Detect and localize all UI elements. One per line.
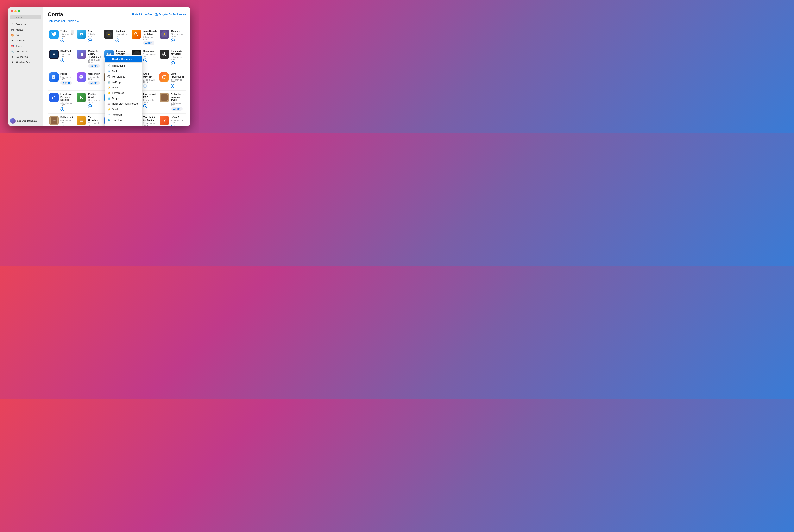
purchased-by-user[interactable]: Eduardo ⌄ <box>66 19 79 22</box>
app-date-lightweight: 6 de fev. de 2019 <box>143 99 156 103</box>
menu-item-lembretes[interactable]: 🔔 Lembretes <box>105 90 142 96</box>
download-icon-blacktest[interactable] <box>60 58 64 62</box>
app-item-pages: Pages 9 de abr. de 2020 ABRIR <box>48 70 75 90</box>
download-icon-deliveries3[interactable] <box>60 125 64 126</box>
download-icon-lockdown[interactable] <box>60 107 64 111</box>
menu-item-ocultar[interactable]: Ocultar Compra... <box>105 56 142 62</box>
download-icon-swift[interactable] <box>171 84 174 88</box>
sidebar-item-trabalhe[interactable]: ✈ Trabalhe <box>9 38 42 43</box>
menu-item-tweetbot[interactable]: 🐦 Tweetbot <box>105 117 142 123</box>
minimize-button[interactable] <box>14 10 17 13</box>
download-icon-altoodyssey[interactable] <box>143 84 147 88</box>
app-date-messenger: 2 de abr. de 2020 <box>88 76 101 80</box>
app-name-pages: Pages <box>60 73 74 75</box>
app-icon-imagesearch <box>132 30 141 39</box>
app-name-meeter: Meeter for Zoom, Teams & Co <box>88 50 101 58</box>
app-icon-twitter <box>49 30 59 39</box>
app-icon-swift <box>159 73 169 82</box>
download-icon-kiwi[interactable] <box>88 104 92 108</box>
app-action-infuse <box>171 125 184 126</box>
app-action-deliveries: ABRIR <box>171 107 184 111</box>
app-name-lockdown: Lockdown Privacy - Desktop <box>60 93 74 101</box>
download-icon-darkmode[interactable] <box>171 61 175 65</box>
download-icon-aviary[interactable] <box>88 38 92 42</box>
download-icon-cosmicast[interactable] <box>143 58 147 62</box>
sidebar-item-atualizacoes[interactable]: ⊕ Atualizações <box>9 60 42 65</box>
sidebar: Buscar ☆ Descubra 🎮 Arcade 🎨 Crie ✈ Trab… <box>8 7 43 126</box>
menu-item-mais[interactable]: ••• Mais... <box>105 124 142 126</box>
menu-item-droplr[interactable]: 💧 Droplr <box>105 96 142 101</box>
airdrop-icon: 📡 <box>107 80 111 83</box>
menu-item-telegram[interactable]: ✈ Telegram <box>105 112 142 117</box>
sidebar-item-jogue[interactable]: 🎯 Jogue <box>9 43 42 49</box>
resgatar-button[interactable]: Resgatar Cartão-Presente <box>155 13 186 16</box>
ver-informacoes-label: Ver Informações <box>135 13 152 16</box>
app-name-reeder5: Reeder 5. <box>115 30 129 33</box>
sidebar-item-desenvolva[interactable]: 🔧 Desenvolva <box>9 49 42 54</box>
mais-icon: ••• <box>107 125 111 126</box>
svg-line-8 <box>137 35 138 36</box>
app-item-deliveries3: TO: Deliveries 3 6 de fev. de 2019 <box>48 114 75 126</box>
app-name-cosmicast: Cosmicast <box>143 50 156 53</box>
link-icon: 🔗 <box>107 64 111 67</box>
sidebar-label-crie: Crie <box>16 34 20 37</box>
main-content: Conta Ver Informações Resgatar Cartão <box>43 7 190 126</box>
sidebar-label-jogue: Jogue <box>16 44 22 48</box>
app-item-meeter: ||| Meeter for Zoom, Teams & Co 18 de ma… <box>75 47 103 70</box>
sidebar-item-categorias[interactable]: ⊞ Categorias <box>9 54 42 59</box>
abrir-button-pages[interactable]: ABRIR <box>60 81 72 85</box>
menu-item-spark[interactable]: ⚡ Spark <box>105 107 142 112</box>
app-icon-deliveries: TO: <box>160 93 169 102</box>
abrir-button-messenger[interactable]: ABRIR <box>88 81 100 85</box>
app-item-deliveries: TO: Deliveries: a package tracker 6 de f… <box>158 91 186 114</box>
menu-item-read-later[interactable]: 📖 Read Later with Reeder <box>105 101 142 107</box>
menu-item-copiar-link[interactable]: 🔗 Copiar Link <box>105 63 142 69</box>
download-icon-reeder4[interactable] <box>171 38 175 42</box>
sidebar-item-arcade[interactable]: 🎮 Arcade <box>9 27 42 32</box>
download-icon-lightweight[interactable] <box>143 104 147 108</box>
app-info-altoodyssey: Alto's Odyssey 17 de mar. de 2020 <box>143 73 156 88</box>
app-item-lockdown: Lockdown Privacy - Desktop 14 de fev. de… <box>48 91 75 114</box>
spark-icon: ⚡ <box>107 108 111 111</box>
download-icon-infuse[interactable] <box>171 125 175 126</box>
menu-label-lembretes: Lembretes <box>112 92 124 94</box>
menu-item-airdrop[interactable]: 📡 AirDrop <box>105 79 142 85</box>
menu-label-mensagens: Mensagens <box>112 75 125 78</box>
sidebar-label-categorias: Categorias <box>16 55 28 58</box>
abrir-button-meeter[interactable]: ABRIR <box>88 64 100 68</box>
app-info-blacktest: BlackTest 1 de jul. de 2020 <box>60 50 74 62</box>
app-item-darkmode: Dark Mode for Safari 9 de abr. de 2020 <box>158 47 186 70</box>
app-name-darkmode: Dark Mode for Safari <box>171 50 184 55</box>
app-name-infuse: Infuse 7 <box>171 116 184 119</box>
purchased-by: Comprado por Eduardo ⌄ <box>43 19 190 25</box>
menu-item-notas[interactable]: 📝 Notas <box>105 85 142 90</box>
abrir-button-imagesearch[interactable]: ABRIR <box>143 41 154 45</box>
sidebar-item-descubra[interactable]: ☆ Descubra <box>9 22 42 27</box>
menu-item-mail[interactable]: ✉ Mail <box>105 69 142 74</box>
app-name-reeder4: Reeder 4 <box>171 30 184 33</box>
download-icon-twitter[interactable] <box>60 38 64 42</box>
menu-item-mensagens[interactable]: 💬 Mensagens <box>105 74 142 79</box>
app-info-swift: Swift Playgrounds 3 de mar. de 2020 <box>171 73 184 88</box>
search-bar[interactable]: Buscar <box>10 15 41 19</box>
avatar <box>10 118 16 124</box>
app-item-imagesearch: ImageSearch for Safari 9 de set. de 2020… <box>130 27 158 47</box>
svg-point-47 <box>171 125 175 126</box>
sidebar-label-desenvolva: Desenvolva <box>16 50 29 53</box>
svg-point-39 <box>61 125 64 126</box>
ver-informacoes-button[interactable]: Ver Informações <box>132 13 152 16</box>
app-action-aviary <box>88 38 101 42</box>
page-title: Conta <box>48 11 63 17</box>
app-info-tweetbot3: Tweetbot 3 for Twitter 21 de mai. de 201… <box>143 116 156 126</box>
app-action-imagesearch: ABRIR <box>143 41 157 45</box>
maximize-button[interactable] <box>18 10 20 13</box>
abrir-button-deliveries[interactable]: ABRIR <box>171 107 183 111</box>
app-name-swift: Swift Playgrounds <box>171 73 184 78</box>
close-button[interactable] <box>11 10 13 13</box>
sidebar-item-crie[interactable]: 🎨 Crie <box>9 33 42 38</box>
app-date-swift: 3 de mar. de 2020 <box>171 79 184 83</box>
app-action-lockdown <box>60 107 74 111</box>
download-icon-reeder5[interactable] <box>115 38 119 42</box>
more-button-twitter[interactable]: ••• <box>71 30 74 34</box>
app-action-messenger: ABRIR <box>88 81 101 85</box>
